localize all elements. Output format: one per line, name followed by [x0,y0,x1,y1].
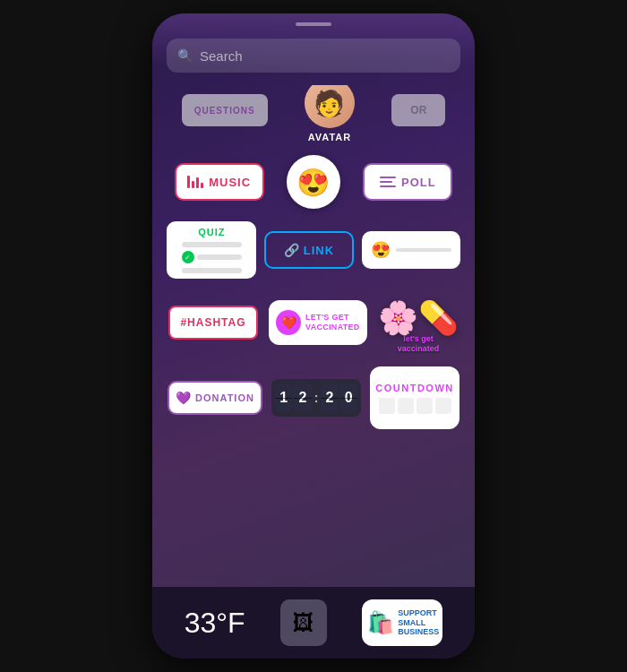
sticker-row-4: 💜 DONATION 1 2 : 2 0 COUNTDOWN [163,366,464,429]
gallery-icon: 🖼 [293,610,314,635]
link-label: LINK [304,244,334,257]
support-bag-icon: 🛍️ [367,610,394,635]
drag-handle [296,22,331,26]
slider-track [396,248,451,252]
slider-emoji: 😍 [371,240,391,260]
countdown-block-4 [435,398,451,414]
sticker-vaccinated[interactable]: ❤️ LET'S GET VACCINATED [269,300,367,345]
support-text: SUPPORT SMALL BUSINESS [398,608,439,637]
bottom-bar: 33°F 🖼 🛍️ SUPPORT SMALL BUSINESS [152,587,475,659]
support-small-business-badge[interactable]: 🛍️ SUPPORT SMALL BUSINESS [362,599,442,646]
flip-digit-1: 1 [275,383,292,412]
avatar-label: AVATAR [308,132,352,142]
countdown-block-3 [417,398,433,414]
flip-digit-4: 0 [340,383,357,412]
search-icon: 🔍 [177,48,193,63]
music-bars-icon [187,176,203,188]
sticker-row-0: QUESTIONS 🧑 AVATAR OR [163,85,464,142]
gallery-button[interactable]: 🖼 [280,599,327,646]
flip-digit-2: 2 [294,383,311,412]
sticker-vacc-animated[interactable]: 🌸💊 let's getvaccinated [378,291,459,354]
poll-label: POLL [401,176,436,189]
vacc-anim-text: let's getvaccinated [398,334,440,354]
quiz-label: QUIZ [198,227,225,237]
music-label: MUSIC [209,176,251,189]
donation-label: DONATION [195,392,254,403]
sticker-hashtag[interactable]: #HASHTAG [168,306,258,340]
quiz-check-icon: ✓ [182,251,194,263]
link-icon: 🔗 [284,243,299,257]
vacc-text: LET'S GET VACCINATED [305,313,360,332]
sticker-row-2: QUIZ ✓ 🔗 LINK 😍 [163,221,464,279]
search-bar[interactable]: 🔍 Search [167,39,460,73]
sticker-music[interactable]: MUSIC [175,163,264,201]
search-input-placeholder[interactable]: Search [200,48,243,64]
countdown-block-2 [398,398,414,414]
avatar-image: 🧑 [305,85,355,128]
sticker-row-1: MUSIC 😍 POLL [163,155,464,209]
sticker-donation[interactable]: 💜 DONATION [167,381,262,415]
vacc-heart-icon: ❤️ [276,310,301,335]
quiz-bar-1 [182,242,242,247]
quiz-bar-3 [182,268,242,273]
countdown-blocks [379,398,451,414]
countdown-block-1 [379,398,395,414]
sticker-emoji-slider[interactable]: 😍 [362,231,460,269]
sticker-emoji-ball[interactable]: 😍 [287,155,340,209]
sticker-flip-clock[interactable]: 1 2 : 2 0 [271,379,361,417]
sticker-link[interactable]: 🔗 LINK [264,231,354,269]
phone-frame: 🔍 Search QUESTIONS 🧑 AVATAR OR [152,13,475,659]
countdown-label: COUNTDOWN [375,383,453,393]
flip-colon: : [314,391,320,405]
sticker-grid: QUESTIONS 🧑 AVATAR OR MUSIC [152,85,475,587]
vacc-flowers-icon: 🌸💊 [378,302,459,334]
sticker-quiz[interactable]: QUIZ ✓ [167,221,256,279]
sticker-or[interactable]: OR [391,94,445,126]
sticker-questions[interactable]: QUESTIONS [182,94,268,126]
sticker-avatar[interactable]: 🧑 AVATAR [305,85,355,142]
sticker-row-3: #HASHTAG ❤️ LET'S GET VACCINATED 🌸💊 let'… [163,291,464,354]
hashtag-label: #HASHTAG [180,316,245,329]
donation-heart-icon: 💜 [176,391,191,405]
sticker-countdown[interactable]: COUNTDOWN [370,366,460,429]
emoji-face: 😍 [296,167,330,198]
poll-lines-icon [380,177,396,187]
temperature-display: 33°F [185,607,245,640]
quiz-bar-2-container: ✓ [182,251,242,263]
flip-digit-3: 2 [321,383,338,412]
sticker-poll[interactable]: POLL [363,163,452,201]
